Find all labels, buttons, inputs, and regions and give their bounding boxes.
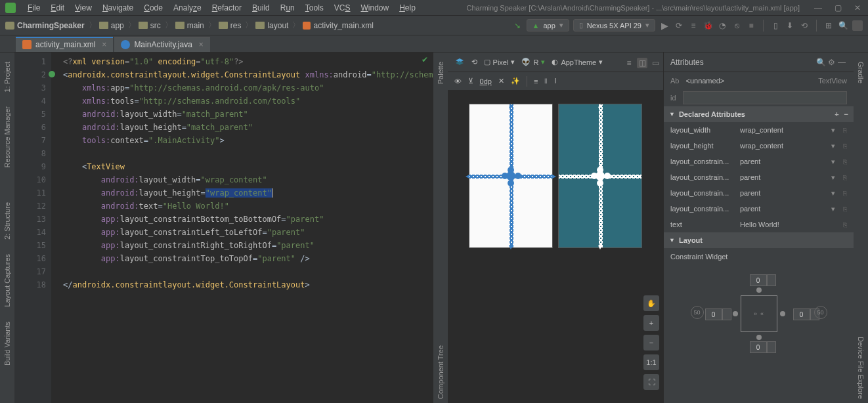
device-select[interactable]: ▢ Pixel ▾ <box>484 58 515 66</box>
remove-icon[interactable]: − <box>844 110 848 118</box>
menu-code[interactable]: Code <box>139 2 168 14</box>
jump-icon[interactable]: ⎘ <box>843 142 847 150</box>
left-handle[interactable] <box>502 173 508 179</box>
structure-icon[interactable]: ⊞ <box>823 20 834 31</box>
zoom-out-icon[interactable]: − <box>643 335 659 350</box>
pan-icon[interactable]: ✋ <box>643 295 659 311</box>
crumb-file[interactable]: activity_main.xml <box>303 21 373 30</box>
surface-select-icon[interactable] <box>454 57 465 68</box>
cw-top-dd[interactable] <box>767 274 776 286</box>
sidebar-project[interactable]: 1: Project <box>3 58 11 96</box>
profile-icon[interactable]: ◔ <box>717 20 727 31</box>
crumb-layout[interactable]: layout <box>255 21 288 30</box>
dropdown-icon[interactable]: ▾ <box>831 126 839 135</box>
apply-code-icon[interactable]: ≡ <box>688 20 699 31</box>
infer-constraints-icon[interactable]: ✨ <box>511 77 520 85</box>
sidebar-device-file-explorer[interactable]: Device File Explore <box>857 333 865 403</box>
attr-value[interactable]: wrap_content <box>740 142 827 150</box>
user-icon[interactable] <box>852 20 863 31</box>
run-config-combo[interactable]: ▲app▾ <box>527 19 569 32</box>
orientation-icon[interactable]: ⟲ <box>471 58 477 66</box>
attr-value[interactable]: parent <box>740 173 827 181</box>
design-surface[interactable]: ▴ ▾ ◂ ▸ <box>469 104 553 248</box>
attr-row[interactable]: layout_heightwrap_content▾⎘ <box>664 138 854 154</box>
declared-attributes-header[interactable]: ▼ Declared Attributes +− <box>664 106 854 122</box>
zoom-in-icon[interactable]: + <box>643 315 659 331</box>
jump-icon[interactable]: ⎘ <box>843 158 847 165</box>
avd-manager-icon[interactable]: ▯ <box>770 20 781 31</box>
crumb-app[interactable]: app <box>99 21 124 30</box>
tab-mainactivity-java[interactable]: MainActivity.java × <box>114 37 210 52</box>
right-handle[interactable] <box>515 173 521 179</box>
design-mode-split-icon[interactable]: ◫ <box>637 58 647 68</box>
crumb-res[interactable]: res <box>219 21 242 30</box>
attr-row[interactable]: layout_constrain...parent▾⎘ <box>664 154 854 169</box>
menu-analyze[interactable]: Analyze <box>168 2 207 14</box>
api-select[interactable]: 👽 R ▾ <box>521 58 545 66</box>
layout-section-header[interactable]: ▼ Layout <box>664 232 854 248</box>
magnet-icon[interactable]: ⊻ <box>468 77 473 85</box>
jump-icon[interactable]: ⎘ <box>843 205 847 213</box>
design-canvas[interactable]: ▴ ▾ ◂ ▸ ▴ ▾ <box>448 91 663 403</box>
close-icon[interactable]: × <box>102 40 106 49</box>
menu-tools[interactable]: Tools <box>300 2 329 14</box>
design-mode-design-icon[interactable]: ▭ <box>650 58 661 68</box>
jump-icon[interactable]: ⎘ <box>843 221 847 228</box>
code-content[interactable]: <?xml version="1.0" encoding="utf-8"?> <… <box>51 53 433 403</box>
attr-value[interactable]: Hello World! <box>740 221 827 228</box>
clear-constraints-icon[interactable]: ✕ <box>498 77 504 85</box>
cw-left-margin[interactable]: 0 <box>705 308 722 320</box>
menu-help[interactable]: Help <box>394 2 421 14</box>
close-icon[interactable]: × <box>199 40 204 49</box>
gear-icon[interactable]: ⚙ <box>826 57 836 68</box>
sdk-manager-icon[interactable]: ⬇ <box>785 20 795 31</box>
menu-refactor[interactable]: Refactor <box>207 2 247 14</box>
menu-run[interactable]: Run <box>275 2 300 14</box>
guidelines-icon[interactable]: Ⅰ <box>554 77 556 85</box>
pack-icon[interactable]: ⫴ <box>544 77 548 85</box>
align-icon[interactable]: ≡ <box>534 77 538 85</box>
search-icon[interactable]: 🔍 <box>815 57 826 68</box>
constraint-widget[interactable]: » « 0 0 0 0 50 50 <box>664 265 854 364</box>
sidebar-layout-captures[interactable]: Layout Captures <box>3 250 11 311</box>
sidebar-structure[interactable]: 2: Structure <box>3 198 11 244</box>
close-icon[interactable]: ✕ <box>852 3 863 12</box>
palette-tab[interactable]: Palette <box>437 58 445 88</box>
tab-activity-main-xml[interactable]: activity_main.xml × <box>16 37 113 52</box>
menu-window[interactable]: Window <box>355 2 394 14</box>
id-input[interactable] <box>683 91 847 104</box>
cw-bottom-dd[interactable] <box>767 341 776 353</box>
hide-icon[interactable]: — <box>836 57 847 68</box>
menu-vcs[interactable]: VCS <box>329 2 356 14</box>
jump-icon[interactable]: ⎘ <box>843 127 847 134</box>
cw-top-margin[interactable]: 0 <box>750 274 767 286</box>
apply-changes-icon[interactable]: ⟳ <box>674 20 684 31</box>
menu-build[interactable]: Build <box>247 2 275 14</box>
cw-bias-h[interactable]: 50 <box>691 306 704 319</box>
attr-value[interactable]: parent <box>740 189 827 197</box>
attr-value[interactable]: parent <box>740 158 827 165</box>
bottom-handle[interactable] <box>508 180 514 186</box>
attr-row[interactable]: textHello World!⎘ <box>664 217 854 232</box>
search-icon[interactable]: 🔍 <box>838 20 848 31</box>
blueprint-surface[interactable]: ▴ ▾ <box>558 104 642 248</box>
crumb-main[interactable]: main <box>175 21 204 30</box>
left-handle[interactable] <box>591 173 597 179</box>
theme-select[interactable]: ◐ AppTheme ▾ <box>552 58 603 66</box>
attr-row[interactable]: layout_constrain...parent▾⎘ <box>664 185 854 201</box>
attr-row[interactable]: layout_constrain...parent▾⎘ <box>664 201 854 217</box>
dropdown-icon[interactable]: ▾ <box>831 205 839 213</box>
sidebar-build-variants[interactable]: Build Variants <box>3 318 11 370</box>
menu-edit[interactable]: Edit <box>45 2 70 14</box>
cw-right-margin[interactable]: 0 <box>793 308 810 320</box>
top-handle[interactable] <box>597 167 603 173</box>
menu-navigate[interactable]: Navigate <box>97 2 139 14</box>
debug-icon[interactable]: 🐞 <box>703 20 713 31</box>
build-icon[interactable]: ↘ <box>512 20 523 31</box>
add-icon[interactable]: + <box>835 110 838 118</box>
dropdown-icon[interactable]: ▾ <box>831 189 839 198</box>
crumb-src[interactable]: src <box>139 21 161 30</box>
jump-icon[interactable]: ⎘ <box>843 174 847 181</box>
design-mode-list-icon[interactable]: ≡ <box>624 58 634 68</box>
device-combo[interactable]: ▯Nexus 5X API 29▾ <box>573 19 655 32</box>
